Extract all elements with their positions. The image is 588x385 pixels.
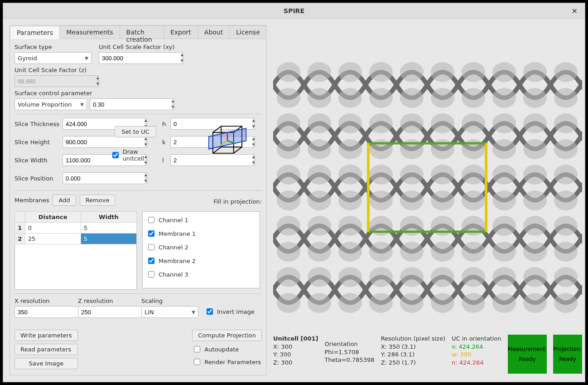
col-distance: Distance — [25, 212, 81, 223]
fill-checkbox[interactable] — [148, 217, 154, 223]
h-label: h — [162, 121, 168, 127]
invert-image-checkbox[interactable] — [207, 308, 213, 315]
uc-w: w: 300 — [452, 351, 471, 358]
membranes-label: Membranes — [14, 197, 49, 204]
fill-label: Channel 3 — [159, 271, 188, 278]
invert-image-label: Invert image — [217, 308, 255, 315]
draw-unitcell-checkbox[interactable] — [112, 152, 119, 158]
projection-preview — [273, 59, 582, 316]
uc-v: v: 424.264 — [452, 343, 483, 350]
tab-batch-creation[interactable]: Batch creation — [120, 25, 164, 39]
ctrl-combo[interactable]: Volume Proportion ▼ — [14, 98, 87, 110]
z-res-label: Z resolution — [78, 297, 137, 304]
res-z: Z: 250 (1.7) — [381, 359, 416, 366]
autoupdate-checkbox[interactable] — [194, 346, 200, 352]
k-spinner[interactable]: ▲▼ — [252, 136, 255, 148]
chevron-down-icon: ▼ — [80, 102, 84, 107]
measurement-status-label: Measurement: — [508, 346, 547, 352]
slice-width-label: Slice Width — [14, 157, 60, 164]
table-row[interactable]: 2255 — [15, 234, 137, 244]
fill-checkbox[interactable] — [148, 244, 154, 250]
scaling-value: LIN — [145, 309, 154, 316]
fill-label: Channel 1 — [159, 217, 188, 224]
slice-position-label: Slice Position — [14, 175, 60, 182]
surface-type-combo[interactable]: Gyroid ▼ — [14, 52, 92, 64]
slice-height-label: Slice Height — [14, 139, 60, 146]
fill-projection-item[interactable]: Channel 2 — [146, 243, 256, 252]
projection-status-badge: Projection: Ready — [553, 335, 582, 374]
measurement-status-badge: Measurement: Ready — [508, 335, 547, 374]
fill-checkbox[interactable] — [148, 258, 154, 264]
projection-status-label: Projection: — [553, 346, 582, 352]
membranes-table[interactable]: Distance Width 1052255 — [14, 211, 137, 290]
unitcell-cube-icon — [202, 118, 252, 169]
window-title: SPIRE — [284, 7, 304, 15]
ctrl-num-spinner[interactable]: ▲▼ — [172, 98, 174, 110]
theta: Theta=0.785398 — [324, 356, 374, 363]
uc-x: X: 300 — [273, 343, 292, 350]
unitcell-title: Unitcell [001] — [273, 335, 318, 342]
render-params-checkbox[interactable] — [194, 359, 200, 365]
ucxy-spinner[interactable]: ▲▼ — [181, 52, 183, 64]
status-bar: Unitcell [001] X: 300 Y: 300 Z: 300 Orie… — [273, 335, 578, 375]
resolution-title: Resolution (pixel size) — [381, 335, 445, 342]
uc-orient-title: UC in orientation — [452, 335, 501, 342]
save-image-button[interactable]: Save Image — [14, 358, 78, 369]
scaling-label: Scaling — [141, 297, 200, 304]
fill-projection-item[interactable]: Membrane 1 — [146, 229, 256, 238]
draw-unitcell-label: Draw unitcell — [123, 148, 160, 162]
compute-projection-button[interactable]: Compute Projection — [192, 330, 262, 341]
tab-parameters[interactable]: Parameters — [10, 26, 60, 39]
slice-position-input[interactable] — [63, 172, 145, 184]
col-width: Width — [81, 212, 136, 223]
remove-membrane-button[interactable]: Remove — [80, 195, 116, 206]
l-label: l — [162, 157, 168, 164]
fill-projection-item[interactable]: Membrane 2 — [146, 256, 256, 265]
ucxy-label: Unit Cell Scale Factor (xy) — [99, 44, 180, 50]
left-panel: Parameters Measurements Batch creation E… — [10, 25, 267, 375]
surface-type-value: Gyroid — [18, 55, 37, 62]
projection-status-value: Ready — [559, 356, 576, 362]
fill-projection-item[interactable]: Channel 1 — [146, 215, 256, 224]
render-params-label: Render Parameters — [204, 359, 261, 366]
surface-type-label: Surface type — [14, 44, 96, 50]
ucxy-input[interactable] — [99, 52, 181, 64]
slice-position-spinner[interactable]: ▲▼ — [145, 172, 147, 184]
table-row[interactable]: 105 — [15, 223, 137, 234]
chevron-down-icon: ▼ — [192, 310, 195, 315]
scaling-combo[interactable]: LIN ▼ — [141, 306, 198, 318]
fill-label: Membrane 2 — [159, 258, 196, 264]
add-membrane-button[interactable]: Add — [53, 195, 76, 206]
h-spinner[interactable]: ▲▼ — [252, 118, 255, 130]
orientation-title: Orientation — [324, 341, 357, 347]
write-parameters-button[interactable]: Write parameters — [14, 330, 78, 341]
l-spinner[interactable]: ▲▼ — [252, 154, 255, 166]
set-to-uc-button[interactable]: Set to UC — [115, 126, 156, 137]
ctrl-num-input[interactable] — [90, 98, 172, 110]
tab-measurements[interactable]: Measurements — [59, 25, 120, 39]
tab-about[interactable]: About — [198, 25, 230, 39]
ctrl-label: Surface control parameter — [14, 90, 96, 97]
svg-rect-15 — [273, 59, 582, 316]
fill-label: Membrane 1 — [159, 230, 196, 237]
uc-n: n: 424.264 — [452, 359, 484, 366]
read-parameters-button[interactable]: Read parameters — [14, 344, 78, 355]
res-x: X: 350 (3.1) — [381, 343, 416, 350]
k-label: k — [162, 139, 168, 146]
svg-line-4 — [234, 147, 242, 153]
tab-license[interactable]: License — [229, 25, 267, 39]
fill-projection-label: Fill in projection: — [213, 198, 262, 205]
close-icon[interactable]: ✕ — [569, 6, 580, 16]
x-res-label: X resolution — [14, 297, 73, 304]
fill-checkbox[interactable] — [148, 230, 154, 237]
svg-line-2 — [213, 126, 221, 132]
measurement-status-value: Ready — [519, 356, 535, 362]
fill-checkbox[interactable] — [148, 271, 154, 278]
uc-z: Z: 300 — [273, 359, 292, 366]
tab-export[interactable]: Export — [164, 25, 198, 39]
chevron-down-icon: ▼ — [85, 56, 88, 61]
fill-label: Channel 2 — [159, 244, 188, 251]
titlebar: SPIRE ✕ — [3, 3, 585, 19]
uc-y: Y: 300 — [273, 351, 291, 358]
fill-projection-item[interactable]: Channel 3 — [146, 270, 256, 279]
